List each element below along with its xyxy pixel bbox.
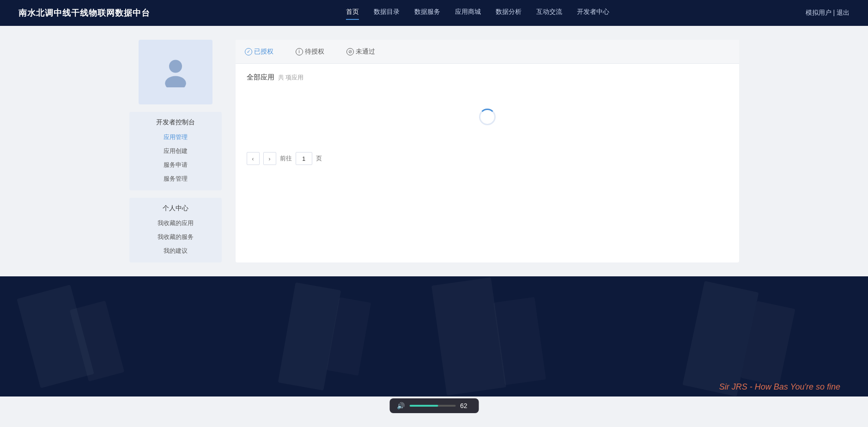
right-content: ✓ 已授权 i 待授权 ⊘ 未通过 全部应用 共 项应用 [236,40,739,262]
nav-item-app-store[interactable]: 应用商城 [455,8,481,18]
svg-rect-2 [17,285,94,388]
content-header: 全部应用 共 项应用 [247,73,728,82]
page-suffix: 页 [316,154,322,163]
sidebar-item-service-apply[interactable]: 服务申请 [129,158,222,172]
sidebar-item-service-manage[interactable]: 服务管理 [129,172,222,186]
sidebar: 开发者控制台 应用管理 应用创建 服务申请 服务管理 个人中心 我收藏的应用 我… [129,40,222,262]
user-menu[interactable]: 模拟用户 | 退出 [806,9,850,17]
avatar-box [139,40,212,104]
sidebar-item-app-management[interactable]: 应用管理 [129,130,222,144]
sidebar-item-suggestions[interactable]: 我的建议 [129,244,222,258]
sidebar-item-fav-services[interactable]: 我收藏的服务 [129,230,222,244]
main-content: 开发者控制台 应用管理 应用创建 服务申请 服务管理 个人中心 我收藏的应用 我… [111,26,758,276]
footer-bottom-text: Sir JRS - How Bas You're so fine [719,382,840,392]
page-prefix: 前往 [280,154,292,163]
developer-console-section: 开发者控制台 应用管理 应用创建 服务申请 服务管理 [129,112,222,190]
pagination: ‹ › 前往 页 [247,152,728,165]
loading-spinner [479,109,496,125]
personal-center-section: 个人中心 我收藏的应用 我收藏的服务 我的建议 [129,198,222,262]
svg-rect-5 [327,297,371,376]
tab-authorized[interactable]: ✓ 已授权 [245,40,273,63]
next-page-button[interactable]: › [263,152,276,165]
sidebar-item-app-create[interactable]: 应用创建 [129,144,222,158]
sidebar-item-fav-apps[interactable]: 我收藏的应用 [129,216,222,230]
nav-item-developer[interactable]: 开发者中心 [577,8,609,18]
svg-point-1 [165,76,186,88]
authorized-icon: ✓ [245,48,252,55]
nav-item-data-analysis[interactable]: 数据分析 [496,8,522,18]
header: 南水北调中线干线物联网数据中台 首页 数据目录 数据服务 应用商城 数据分析 互… [0,0,868,26]
nav-item-data-service[interactable]: 数据服务 [414,8,440,18]
loading-area [247,89,728,145]
main-nav: 首页 数据目录 数据服务 应用商城 数据分析 互动交流 开发者中心 [346,8,609,18]
developer-console-title: 开发者控制台 [129,116,222,130]
footer: Sir JRS - How Bas You're so fine [0,276,868,396]
svg-point-0 [169,60,182,73]
site-logo: 南水北调中线干线物联网数据中台 [18,7,150,18]
svg-rect-4 [278,282,341,390]
content-title: 全部应用 [247,73,274,82]
svg-rect-8 [682,281,759,396]
nav-item-data-catalog[interactable]: 数据目录 [374,8,400,18]
content-count: 共 项应用 [278,73,304,82]
nav-item-interaction[interactable]: 互动交流 [536,8,562,18]
footer-decoration [0,276,868,396]
svg-rect-9 [741,301,795,386]
tab-rejected[interactable]: ⊘ 未通过 [346,40,375,63]
svg-rect-7 [493,297,546,385]
pending-icon: i [296,48,303,55]
nav-item-home[interactable]: 首页 [346,8,359,18]
tabs-bar: ✓ 已授权 i 待授权 ⊘ 未通过 [236,40,739,64]
page-input[interactable] [296,152,312,165]
content-body: 全部应用 共 项应用 ‹ › 前往 页 [236,64,739,174]
rejected-icon: ⊘ [346,48,354,55]
svg-rect-6 [431,277,506,396]
prev-page-button[interactable]: ‹ [247,152,260,165]
personal-center-title: 个人中心 [129,202,222,216]
svg-rect-3 [70,300,125,381]
tab-pending[interactable]: i 待授权 [296,40,324,63]
avatar-icon [159,55,192,89]
